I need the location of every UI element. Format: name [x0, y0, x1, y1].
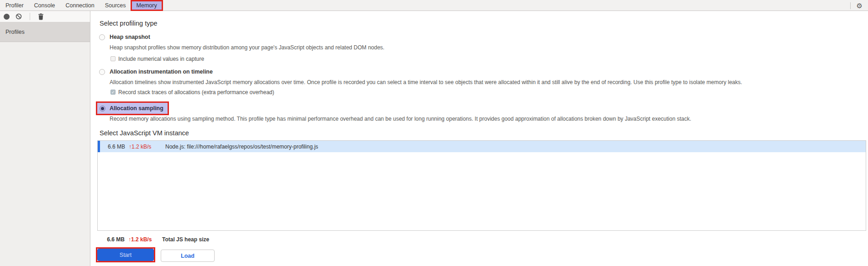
record-icon[interactable]: [4, 14, 10, 20]
tab-connection[interactable]: Connection: [65, 2, 94, 9]
gear-icon[interactable]: ⚙: [857, 2, 863, 9]
radio-allocation-timeline-label[interactable]: Allocation instrumentation on timeline: [110, 69, 213, 75]
checkbox-include-numerical-values-label[interactable]: Include numerical values in capture: [118, 56, 204, 62]
checkbox-include-numerical-values[interactable]: [110, 56, 116, 61]
allocation-sampling-highlight: Allocation sampling: [96, 101, 169, 115]
clear-all-icon[interactable]: [16, 13, 22, 20]
memory-panel: Select profiling type Heap snapshot Heap…: [90, 11, 868, 266]
radio-allocation-sampling-label[interactable]: Allocation sampling: [110, 105, 163, 112]
radio-allocation-sampling[interactable]: [100, 106, 105, 112]
radio-heap-snapshot-label[interactable]: Heap snapshot: [110, 34, 150, 40]
checkbox-record-stack-traces[interactable]: [110, 90, 116, 95]
vm-instance-rate: ↑1.2 kB/s: [129, 144, 154, 150]
load-button[interactable]: Load: [161, 250, 215, 262]
radio-heap-snapshot[interactable]: [99, 34, 105, 40]
vm-instance-name: Node.js: file:///home/rafaelgss/repos/os…: [165, 144, 318, 150]
radio-allocation-timeline[interactable]: [99, 69, 105, 75]
heap-total-label: Total JS heap size: [162, 236, 209, 243]
tabbar-separator: [850, 2, 851, 9]
heap-snapshot-description: Heap snapshot profiles show memory distr…: [110, 44, 384, 51]
vm-instance-heading: Select JavaScript VM instance: [100, 129, 189, 137]
tabbar: Profiler Console Connection Sources Memo…: [0, 0, 868, 11]
tab-memory[interactable]: Memory: [132, 1, 162, 10]
allocation-timeline-description: Allocation timelines show instrumented J…: [110, 79, 742, 85]
tab-console[interactable]: Console: [34, 2, 55, 9]
start-button[interactable]: Start: [97, 249, 154, 261]
tab-sources[interactable]: Sources: [105, 2, 126, 9]
heap-total-row: 6.6 MB ↑1.2 kB/s Total JS heap size: [97, 236, 209, 243]
toolbar-separator: [30, 13, 30, 20]
devtools-window: Profiler Console Connection Sources Memo…: [0, 0, 868, 266]
heap-total-rate: ↑1.2 kB/s: [128, 236, 154, 243]
profiles-toolbar: [0, 11, 90, 22]
vm-instance-list: 6.6 MB ↑1.2 kB/s Node.js: file:///home/r…: [97, 140, 866, 231]
allocation-sampling-description: Record memory allocations using sampling…: [110, 116, 691, 122]
vm-instance-row[interactable]: 6.6 MB ↑1.2 kB/s Node.js: file:///home/r…: [98, 141, 866, 152]
checkbox-record-stack-traces-label[interactable]: Record stack traces of allocations (extr…: [118, 89, 274, 96]
trash-icon[interactable]: [38, 13, 44, 20]
profiles-sidebar: Profiles: [0, 22, 90, 266]
sidebar-profiles-header: Profiles: [0, 22, 90, 42]
start-button-highlight: Start: [96, 247, 155, 262]
profiling-type-heading: Select profiling type: [100, 20, 158, 27]
tab-profiler[interactable]: Profiler: [5, 2, 24, 9]
tabbar-right: ⚙: [850, 0, 863, 11]
vm-instance-size: 6.6 MB: [104, 144, 125, 150]
heap-total-size: 6.6 MB: [103, 236, 125, 243]
